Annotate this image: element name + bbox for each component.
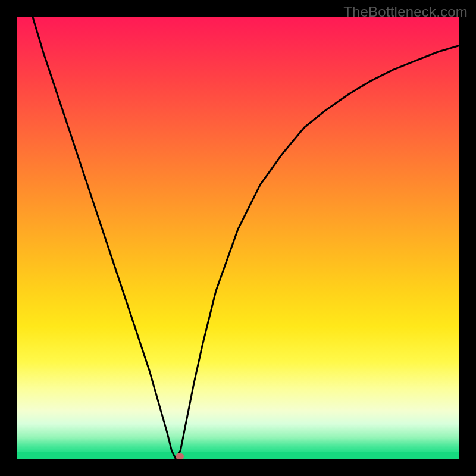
optimal-marker xyxy=(176,453,184,459)
chart-frame: TheBottleneck.com xyxy=(0,0,476,476)
bottleneck-curve xyxy=(17,17,459,459)
watermark-text: TheBottleneck.com xyxy=(343,4,468,20)
plot-area xyxy=(17,17,459,459)
